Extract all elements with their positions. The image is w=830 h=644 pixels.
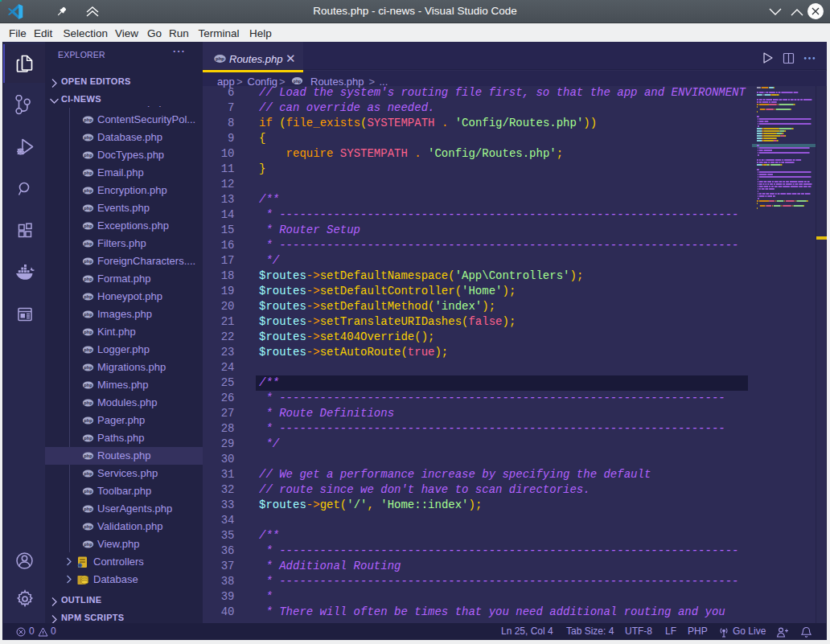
svg-text:php: php [84, 489, 92, 494]
svg-text:php: php [84, 400, 92, 405]
svg-text:php: php [84, 170, 92, 175]
svg-text:php: php [84, 524, 92, 529]
svg-text:php: php [84, 294, 92, 299]
svg-text:php: php [84, 507, 92, 511]
svg-text:php: php [84, 153, 92, 158]
svg-text:php: php [84, 241, 92, 246]
svg-text:php: php [84, 383, 92, 388]
svg-text:php: php [84, 224, 92, 228]
svg-text:php: php [84, 347, 92, 352]
svg-text:php: php [84, 471, 92, 476]
svg-text:php: php [84, 312, 92, 317]
svg-text:php: php [84, 259, 92, 264]
svg-text:php: php [84, 135, 92, 140]
svg-text:php: php [84, 418, 92, 423]
svg-text:php: php [84, 277, 92, 281]
svg-text:php: php [84, 365, 92, 370]
svg-text:php: php [84, 206, 92, 211]
svg-text:php: php [84, 188, 92, 193]
svg-text:php: php [294, 79, 302, 84]
svg-text:php: php [84, 453, 92, 458]
svg-text:php: php [84, 542, 92, 547]
svg-text:php: php [216, 56, 224, 61]
svg-text:php: php [84, 117, 92, 122]
svg-text:php: php [84, 330, 92, 334]
svg-text:php: php [84, 436, 92, 441]
